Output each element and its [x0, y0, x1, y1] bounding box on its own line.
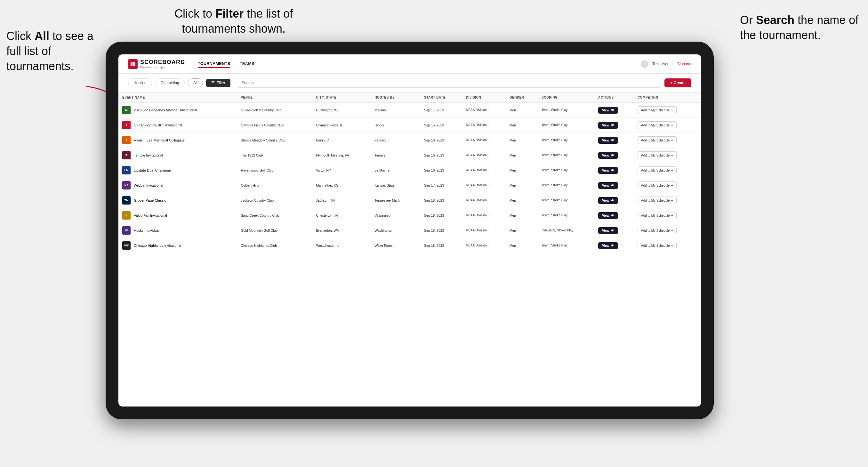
view-button-3[interactable]: View 👁: [598, 152, 618, 159]
cell-date-9: Sep 18, 2023: [420, 238, 462, 253]
cell-venue-5: Colbert Hills: [237, 178, 312, 193]
cell-scoring-1: Team, Stroke Play: [538, 118, 594, 133]
event-name-6: Grover Page Classic: [134, 198, 166, 202]
cell-event-9: WF Chicago Highlands Invitational: [118, 238, 237, 253]
add-schedule-button-3[interactable]: Add to My Schedule +: [638, 151, 677, 159]
cell-date-3: Sep 16, 2023: [420, 148, 462, 163]
svg-rect-3: [133, 64, 135, 66]
svg-rect-1: [133, 62, 135, 64]
view-button-8[interactable]: View 👁: [598, 227, 618, 234]
team-logo-0: M: [122, 106, 131, 114]
cell-event-0: M 2023 Joe Feaganes Marshall Invitationa…: [118, 103, 237, 118]
cell-competing-2: Add to My Schedule +: [634, 133, 701, 148]
cell-scoring-8: Individual, Stroke Play: [538, 223, 594, 238]
team-logo-5: KS: [122, 181, 131, 189]
cell-competing-4: Add to My Schedule +: [634, 163, 701, 178]
cell-gender-0: Men: [506, 103, 538, 118]
event-name-9: Chicago Highlands Invitational: [134, 244, 181, 247]
view-button-5[interactable]: View 👁: [598, 182, 618, 189]
cell-gender-7: Men: [506, 208, 538, 223]
cell-gender-4: Men: [506, 163, 538, 178]
search-input[interactable]: [237, 78, 661, 88]
col-competing: COMPETING: [634, 93, 701, 103]
cell-date-2: Sep 16, 2023: [420, 133, 462, 148]
cell-city-5: Manhattan, KS: [312, 178, 371, 193]
filter-icon: ☰: [211, 81, 215, 85]
cell-gender-3: Men: [506, 148, 538, 163]
hosting-tab[interactable]: Hosting: [128, 79, 152, 87]
filter-button[interactable]: ☰ Filter: [206, 79, 230, 87]
cell-hosted-6: Tennessee-Martin: [371, 193, 420, 208]
all-tab[interactable]: All: [188, 79, 203, 87]
view-button-7[interactable]: View 👁: [598, 212, 618, 219]
cell-competing-3: Add to My Schedule +: [634, 148, 701, 163]
cell-city-4: Victor, NY: [312, 163, 371, 178]
view-button-6[interactable]: View 👁: [598, 197, 618, 204]
cell-scoring-4: Team, Stroke Play: [538, 163, 594, 178]
view-button-4[interactable]: View 👁: [598, 167, 618, 174]
view-button-0[interactable]: View 👁: [598, 107, 618, 114]
nav-link-tournaments[interactable]: TOURNAMENTS: [198, 60, 230, 68]
competing-tab[interactable]: Competing: [155, 79, 185, 87]
search-box: [237, 78, 661, 88]
view-button-2[interactable]: View 👁: [598, 137, 618, 144]
event-name-5: Wildcat Invitational: [134, 183, 163, 187]
add-schedule-button-9[interactable]: Add to My Schedule +: [638, 242, 677, 249]
nav-links: TOURNAMENTS TEAMS: [198, 60, 641, 68]
tournaments-table: EVENT NAME VENUE CITY, STATE HOSTED BY S…: [118, 93, 701, 253]
nav-link-teams[interactable]: TEAMS: [240, 60, 254, 68]
add-schedule-button-2[interactable]: Add to My Schedule +: [638, 136, 677, 144]
view-button-9[interactable]: View 👁: [598, 242, 618, 249]
cell-competing-7: Add to My Schedule +: [634, 208, 701, 223]
cell-city-0: Huntington, WV: [312, 103, 371, 118]
cell-event-8: W Husky Individual: [118, 223, 237, 238]
cell-event-1: I OFCC Fighting Illini Invitational: [118, 118, 237, 133]
annotation-right: Or Search the name of the tournament.: [740, 13, 862, 43]
cell-venue-6: Jackson Country Club: [237, 193, 312, 208]
cell-competing-9: Add to My Schedule +: [634, 238, 701, 253]
view-button-1[interactable]: View 👁: [598, 122, 618, 129]
user-avatar: [641, 60, 648, 68]
sign-out-link[interactable]: Sign out: [677, 62, 691, 66]
cell-scoring-6: Team, Stroke Play: [538, 193, 594, 208]
table-body: M 2023 Joe Feaganes Marshall Invitationa…: [118, 103, 701, 253]
cell-hosted-0: Marshall: [371, 103, 420, 118]
col-gender: GENDER: [506, 93, 538, 103]
col-division: DIVISION: [462, 93, 506, 103]
col-scoring: SCORING: [538, 93, 594, 103]
cell-event-4: LM Upstate Dual Challenge: [118, 163, 237, 178]
cell-division-3: NCAA Division I: [462, 148, 506, 163]
filter-label: Filter: [217, 81, 225, 85]
cell-date-0: Sep 11, 2023: [420, 103, 462, 118]
cell-actions-5: View 👁: [594, 178, 634, 193]
cell-division-6: NCAA Division I: [462, 193, 506, 208]
cell-gender-8: Men: [506, 223, 538, 238]
cell-actions-4: View 👁: [594, 163, 634, 178]
team-logo-7: V: [122, 211, 131, 220]
cell-city-8: Bremerton, WA: [312, 223, 371, 238]
logo-text-block: SCOREBOARD Powered by clippd: [140, 59, 185, 69]
event-name-4: Upstate Dual Challenge: [134, 168, 171, 172]
cell-event-2: F Ryan T. Lee Memorial Collegiate: [118, 133, 237, 148]
table-container: EVENT NAME VENUE CITY, STATE HOSTED BY S…: [118, 93, 701, 406]
cell-hosted-3: Temple: [371, 148, 420, 163]
cell-actions-1: View 👁: [594, 118, 634, 133]
svg-rect-2: [131, 64, 132, 66]
add-schedule-button-0[interactable]: Add to My Schedule +: [638, 106, 677, 114]
add-schedule-button-6[interactable]: Add to My Schedule +: [638, 196, 677, 204]
add-schedule-button-7[interactable]: Add to My Schedule +: [638, 212, 677, 219]
table-row: TM Grover Page Classic Jackson Country C…: [118, 193, 701, 208]
add-schedule-button-1[interactable]: Add to My Schedule +: [638, 121, 677, 129]
cell-scoring-5: Team, Stroke Play: [538, 178, 594, 193]
cell-gender-1: Men: [506, 118, 538, 133]
event-name-7: Valpo Fall Invitational: [134, 214, 167, 217]
cell-competing-8: Add to My Schedule +: [634, 223, 701, 238]
col-start-date: START DATE: [420, 93, 462, 103]
add-schedule-button-8[interactable]: Add to My Schedule +: [638, 227, 677, 234]
add-schedule-button-5[interactable]: Add to My Schedule +: [638, 182, 677, 189]
cell-event-5: KS Wildcat Invitational: [118, 178, 237, 193]
table-row: F Ryan T. Lee Memorial Collegiate Shuttl…: [118, 133, 701, 148]
cell-competing-1: Add to My Schedule +: [634, 118, 701, 133]
add-schedule-button-4[interactable]: Add to My Schedule +: [638, 166, 677, 174]
create-button[interactable]: + Create: [664, 79, 691, 87]
